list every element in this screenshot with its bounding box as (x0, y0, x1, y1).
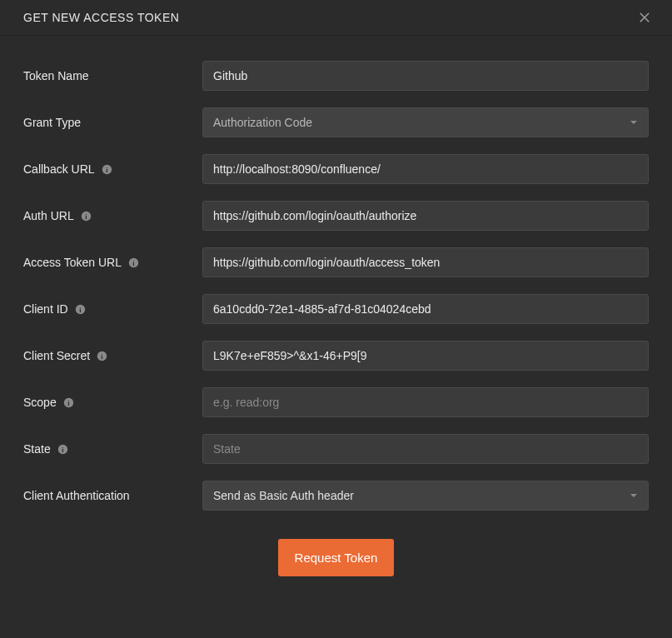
client-auth-select[interactable]: Send as Basic Auth header (202, 481, 649, 511)
scope-input[interactable] (202, 387, 649, 417)
label-token-name: Token Name (23, 69, 202, 82)
callback-url-input[interactable] (202, 154, 649, 184)
label-text: Client Authentication (23, 489, 130, 502)
label-grant-type: Grant Type (23, 116, 202, 129)
row-token-name: Token Name (23, 61, 649, 91)
info-icon[interactable]: i (81, 211, 92, 222)
access-token-dialog: GET NEW ACCESS TOKEN Token Name Grant Ty… (0, 0, 672, 638)
dialog-title: GET NEW ACCESS TOKEN (23, 11, 179, 24)
label-text: Client Secret (23, 349, 90, 362)
dialog-header: GET NEW ACCESS TOKEN (0, 0, 672, 36)
label-client-secret: Client Secret i (23, 349, 202, 362)
access-token-url-input[interactable] (202, 247, 649, 277)
row-client-secret: Client Secret i (23, 341, 649, 371)
dialog-footer: Request Token (23, 527, 649, 626)
row-auth-url: Auth URL i (23, 201, 649, 231)
select-value: Send as Basic Auth header (213, 489, 354, 502)
info-icon[interactable]: i (128, 257, 139, 268)
info-icon[interactable]: i (57, 444, 68, 455)
dialog-body: Token Name Grant Type Authorization Code (0, 36, 672, 638)
label-text: Access Token URL (23, 256, 122, 269)
row-callback-url: Callback URL i (23, 154, 649, 184)
label-text: Client ID (23, 302, 68, 316)
label-text: Auth URL (23, 209, 74, 222)
label-client-auth: Client Authentication (23, 489, 202, 502)
caret-down-icon (630, 118, 638, 127)
label-text: State (23, 442, 51, 456)
select-value: Authorization Code (213, 116, 312, 129)
label-callback-url: Callback URL i (23, 162, 202, 176)
caret-down-icon (630, 491, 638, 500)
row-access-token-url: Access Token URL i (23, 247, 649, 277)
client-id-input[interactable] (202, 294, 649, 324)
label-text: Callback URL (23, 162, 95, 176)
row-scope: Scope i (23, 387, 649, 417)
label-text: Scope (23, 396, 57, 409)
request-token-button[interactable]: Request Token (278, 539, 395, 576)
token-name-input[interactable] (202, 61, 649, 91)
label-text: Token Name (23, 69, 89, 82)
label-state: State i (23, 442, 202, 456)
row-state: State i (23, 434, 649, 464)
info-icon[interactable]: i (102, 164, 112, 175)
row-client-id: Client ID i (23, 294, 649, 324)
info-icon[interactable]: i (63, 397, 74, 408)
auth-url-input[interactable] (202, 201, 649, 231)
grant-type-select[interactable]: Authorization Code (202, 107, 649, 137)
row-client-auth: Client Authentication Send as Basic Auth… (23, 481, 649, 511)
state-input[interactable] (202, 434, 649, 464)
label-access-token-url: Access Token URL i (23, 256, 202, 269)
label-auth-url: Auth URL i (23, 209, 202, 222)
client-secret-input[interactable] (202, 341, 649, 371)
label-text: Grant Type (23, 116, 81, 129)
label-scope: Scope i (23, 396, 202, 409)
info-icon[interactable]: i (97, 351, 107, 361)
label-client-id: Client ID i (23, 302, 202, 316)
close-icon[interactable] (637, 10, 652, 25)
row-grant-type: Grant Type Authorization Code (23, 107, 649, 137)
info-icon[interactable]: i (75, 304, 86, 315)
